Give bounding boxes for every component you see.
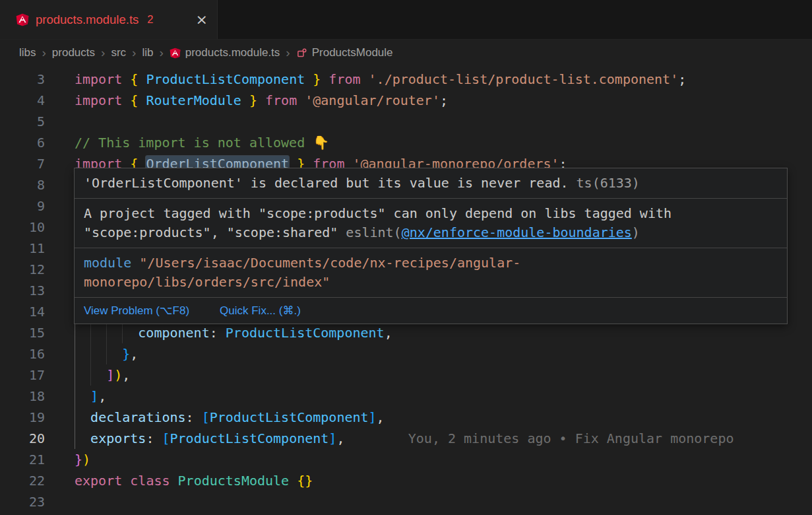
line-number[interactable]: 4	[0, 90, 45, 111]
active-indent-guide	[75, 386, 75, 407]
code-token: ;	[440, 92, 448, 108]
indent-guide	[122, 322, 123, 343]
hover-text: monorepo/libs/orders/src/index"	[84, 274, 330, 290]
code-token: '@angular/router'	[305, 92, 440, 108]
code-token: }	[122, 346, 130, 362]
line-number[interactable]: 20	[0, 428, 45, 449]
code-token	[75, 409, 90, 425]
code-line-18: 18 ],	[0, 386, 812, 407]
code-token	[170, 473, 178, 489]
line-content[interactable]: })	[75, 449, 90, 470]
breadcrumb-item-products[interactable]: products	[52, 46, 95, 59]
line-number[interactable]: 18	[0, 386, 45, 407]
code-token: ProductListComponent	[146, 71, 305, 87]
breadcrumb-item-lib[interactable]: lib	[142, 46, 153, 59]
code-token	[138, 92, 146, 108]
hover-text: module	[84, 255, 131, 271]
breadcrumb-separator: ›	[101, 46, 105, 60]
close-tab-icon[interactable]: ×	[196, 13, 208, 27]
code-token: }	[313, 71, 321, 87]
line-content[interactable]: ],	[75, 386, 106, 407]
code-token: ]	[90, 388, 98, 404]
line-number[interactable]: 14	[0, 301, 45, 322]
code-token: {	[130, 92, 138, 108]
hover-text: 'OrderListComponent' is declared but its…	[84, 175, 577, 191]
line-content[interactable]: import { RouterModule } from '@angular/r…	[75, 90, 448, 111]
line-content[interactable]: },	[75, 343, 138, 364]
line-number[interactable]: 15	[0, 322, 45, 343]
breadcrumb-item-productsmodule[interactable]: ProductsModule	[296, 46, 393, 59]
code-token: {}	[297, 473, 313, 489]
breadcrumb-label: products.module.ts	[185, 46, 280, 59]
code-token: // This import is not allowed 👇	[75, 135, 329, 151]
line-content[interactable]: exports: [ProductListComponent], You, 2 …	[75, 428, 734, 449]
code-token: RouterModule	[146, 92, 241, 108]
hover-section-1: 'OrderListComponent' is declared but its…	[75, 168, 787, 199]
line-content[interactable]: declarations: [ProductListComponent],	[75, 407, 385, 428]
code-line-21: 21})	[0, 449, 812, 470]
quick-fix-action[interactable]: Quick Fix... (⌘.)	[220, 304, 301, 318]
code-token	[75, 430, 90, 446]
hover-text: ts(6133)	[577, 175, 640, 191]
breadcrumb-label: products	[52, 46, 95, 59]
code-line-5: 5	[0, 111, 812, 132]
breadcrumb-item-libs[interactable]: libs	[19, 46, 36, 59]
code-token	[138, 71, 146, 87]
line-content[interactable]: component: ProductListComponent,	[75, 322, 392, 343]
line-number[interactable]: 3	[0, 69, 45, 90]
line-number[interactable]: 9	[0, 195, 45, 217]
line-number[interactable]: 16	[0, 343, 45, 364]
line-number[interactable]: 22	[0, 470, 45, 491]
code-token: :	[210, 325, 226, 341]
code-token: ProductListComponent	[210, 409, 369, 425]
line-number[interactable]: 12	[0, 259, 45, 280]
breadcrumb-label: ProductsModule	[312, 46, 393, 59]
code-token: :	[146, 430, 162, 446]
line-number[interactable]: 8	[0, 174, 45, 195]
line-number[interactable]: 17	[0, 364, 45, 386]
active-indent-guide	[75, 364, 75, 386]
active-indent-guide	[75, 343, 75, 364]
code-token: ,	[122, 367, 130, 383]
line-number[interactable]: 11	[0, 238, 45, 259]
code-line-6: 6// This import is not allowed 👇	[0, 132, 812, 153]
breadcrumb-item-products-module-ts[interactable]: products.module.ts	[170, 46, 280, 59]
code-token: )	[114, 367, 122, 383]
line-number[interactable]: 5	[0, 111, 45, 132]
hover-text: )	[632, 224, 640, 240]
line-number[interactable]: 6	[0, 132, 45, 153]
code-line-17: 17 ]),	[0, 364, 812, 386]
line-content[interactable]: // This import is not allowed 👇	[75, 132, 329, 153]
active-indent-guide	[75, 407, 75, 428]
code-token	[75, 346, 122, 362]
code-token: ,	[385, 325, 392, 341]
line-number[interactable]: 21	[0, 449, 45, 470]
indent-guide	[90, 364, 91, 386]
code-token	[305, 71, 313, 87]
line-number[interactable]: 23	[0, 491, 45, 512]
code-token: from	[328, 71, 360, 87]
code-token: exports	[90, 430, 146, 446]
nx-rule-link[interactable]: @nx/enforce-module-boundaries	[402, 224, 632, 240]
view-problem-action[interactable]: View Problem (⌥F8)	[84, 304, 189, 318]
code-token	[361, 71, 369, 87]
line-number[interactable]: 7	[0, 153, 45, 174]
line-number[interactable]: 10	[0, 217, 45, 238]
line-content[interactable]: import { ProductListComponent } from './…	[75, 69, 686, 90]
code-line-19: 19 declarations: [ProductListComponent],	[0, 407, 812, 428]
line-content[interactable]: ]),	[75, 364, 130, 386]
inline-blame: You, 2 minutes ago • Fix Angular monorep…	[344, 430, 734, 446]
line-number[interactable]: 19	[0, 407, 45, 428]
tab-products-module[interactable]: products.module.ts 2 ×	[0, 0, 218, 39]
breadcrumb: libs›products›src›lib›products.module.ts…	[0, 40, 812, 66]
breadcrumb-label: lib	[142, 46, 153, 59]
code-line-22: 22export class ProductsModule {}	[0, 470, 812, 491]
breadcrumb-separator: ›	[286, 46, 290, 60]
line-content[interactable]: export class ProductsModule {}	[75, 470, 313, 491]
line-number[interactable]: 13	[0, 280, 45, 301]
code-token: ;	[678, 71, 686, 87]
code-token	[122, 92, 130, 108]
breadcrumb-item-src[interactable]: src	[111, 46, 126, 59]
breadcrumb-label: src	[111, 46, 126, 59]
code-token	[257, 92, 265, 108]
